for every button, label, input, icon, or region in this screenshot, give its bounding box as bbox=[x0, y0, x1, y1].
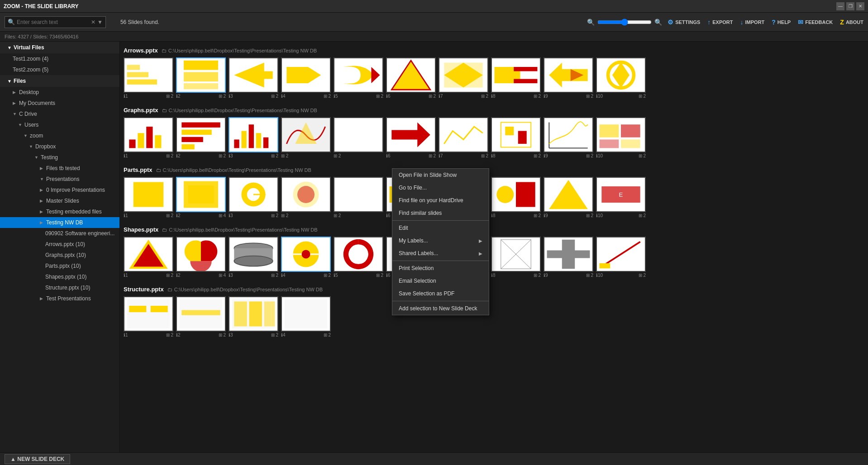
slide-thumb[interactable]: ℹ7⊞ 2 bbox=[439, 57, 488, 100]
slide-thumb[interactable]: ℹ1⊞ 2 bbox=[124, 117, 173, 159]
slide-thumb[interactable]: E ℹ10⊞ 2 bbox=[596, 177, 646, 219]
zoom-slider[interactable] bbox=[597, 19, 652, 26]
slide-thumb[interactable]: ℹ9⊞ 2 bbox=[544, 57, 593, 100]
sidebar[interactable]: ▼ Virtual Files Test1.zoom (4) Test2.zoo… bbox=[0, 42, 120, 452]
slide-thumb[interactable]: ℹ4⊞ 2 bbox=[281, 57, 331, 100]
settings-button[interactable]: ⚙ SETTINGS bbox=[668, 19, 700, 26]
slide-thumb[interactable]: ℹ2⊞ 2 bbox=[176, 57, 226, 100]
sidebar-item-testingnwdb[interactable]: ▶ Testing NW DB bbox=[0, 217, 119, 228]
main-layout: ▼ Virtual Files Test1.zoom (4) Test2.zoo… bbox=[0, 42, 868, 452]
maximize-button[interactable]: ❐ bbox=[846, 2, 854, 10]
slide-thumb[interactable]: ⊞ 2 bbox=[281, 177, 331, 219]
slide-thumb[interactable]: ℹ7⊞ 2 bbox=[439, 117, 488, 159]
slide-thumb[interactable]: ℹ3⊞ 2 bbox=[229, 57, 278, 100]
sidebar-item-structurepptx[interactable]: Structure.pptx (10) bbox=[0, 282, 119, 293]
sidebar-item-testing[interactable]: ▼ Testing bbox=[0, 152, 119, 163]
svg-rect-82 bbox=[562, 240, 575, 269]
slide-thumb[interactable]: ℹ1⊞ 2 bbox=[124, 296, 173, 338]
slide-thumb[interactable]: ⊞ 2 bbox=[334, 177, 383, 219]
slide-thumb[interactable]: ℹ5⊞ 2 bbox=[334, 237, 383, 279]
zoom-in-icon[interactable]: 🔍 bbox=[654, 19, 662, 26]
slide-thumb[interactable]: ℹ6⊞ 2 bbox=[386, 57, 436, 100]
slide-thumb[interactable]: ℹ3⊞ 2 bbox=[229, 117, 278, 159]
window-controls[interactable]: — ❐ ✕ bbox=[836, 2, 864, 10]
export-button[interactable]: ↑ EXPORT bbox=[707, 19, 733, 26]
sidebar-item-test2zoom[interactable]: Test2.zoom (5) bbox=[0, 64, 119, 75]
sidebar-item-graphspptx[interactable]: Graphs.pptx (10) bbox=[0, 250, 119, 261]
content-area[interactable]: Arrows.pptx 🗀 C:\Users\philipp.bell\Drop… bbox=[120, 42, 868, 452]
slide-thumb[interactable]: ℹ8⊞ 2 bbox=[491, 237, 541, 279]
sidebar-item-cdrive[interactable]: ▼ C Drive bbox=[0, 109, 119, 119]
ctx-edit[interactable]: Edit bbox=[392, 222, 489, 234]
slide-thumb[interactable]: ℹ8⊞ 2 bbox=[491, 117, 541, 159]
virtual-files-header[interactable]: ▼ Virtual Files bbox=[0, 42, 119, 53]
slide-thumb[interactable]: ℹ2⊞ 4 bbox=[176, 177, 226, 219]
slide-thumb[interactable]: ℹ10⊞ 2 bbox=[596, 237, 646, 279]
slide-footer: ℹ3⊞ 2 bbox=[229, 93, 278, 100]
slide-thumb[interactable]: ℹ3⊞ 2 bbox=[229, 296, 278, 338]
sidebar-item-users[interactable]: ▼ Users bbox=[0, 119, 119, 130]
slide-thumb[interactable]: ℹ5⊞ 2 bbox=[334, 57, 383, 100]
clear-icon[interactable]: ✕ bbox=[91, 19, 95, 25]
ctx-open-file[interactable]: Open File in Slide Show bbox=[392, 169, 489, 181]
slide-thumb[interactable]: ℹ10⊞ 2 bbox=[596, 117, 646, 159]
help-button[interactable]: ? HELP bbox=[772, 19, 791, 26]
search-input[interactable] bbox=[17, 19, 89, 25]
slide-thumb[interactable]: ℹ4⊞ 2 bbox=[281, 237, 331, 279]
slide-thumb[interactable]: ℹ9⊞ 2 bbox=[544, 237, 593, 279]
slide-thumb[interactable]: ℹ8⊞ 2 bbox=[491, 177, 541, 219]
slide-thumb[interactable]: ℹ6⊞ 2 bbox=[386, 117, 436, 159]
files-header[interactable]: ▼ Files bbox=[0, 75, 119, 87]
slide-thumb[interactable]: ⊞ 2 bbox=[281, 117, 331, 159]
ctx-shared-labels[interactable]: Shared Labels... ▶ bbox=[392, 247, 489, 260]
dropdown-icon[interactable]: ▼ bbox=[97, 19, 103, 25]
ctx-print-selection[interactable]: Print Selection bbox=[392, 262, 489, 275]
close-button[interactable]: ✕ bbox=[856, 2, 864, 10]
sidebar-item-partspptx[interactable]: Parts.pptx (10) bbox=[0, 261, 119, 271]
sidebar-item-shapespptx[interactable]: Shapes.pptx (10) bbox=[0, 271, 119, 282]
slide-thumb[interactable]: ℹ3⊞ 2 bbox=[229, 177, 278, 219]
ctx-my-labels[interactable]: My Labels... ▶ bbox=[392, 234, 489, 247]
slide-thumb[interactable]: ℹ2⊞ 2 bbox=[176, 296, 226, 338]
slide-thumb[interactable]: ℹ9⊞ 2 bbox=[544, 117, 593, 159]
sidebar-item-files-tb[interactable]: ▶ Files tb tested bbox=[0, 163, 119, 174]
slide-thumb[interactable]: ℹ4⊞ 2 bbox=[281, 296, 331, 338]
slide-thumb[interactable]: ℹ1⊞ 2 bbox=[124, 237, 173, 279]
sidebar-item-master[interactable]: ▶ Master Slides bbox=[0, 195, 119, 206]
zoom-out-icon[interactable]: 🔍 bbox=[587, 19, 595, 26]
import-button[interactable]: ↓ IMPORT bbox=[740, 19, 765, 26]
about-button[interactable]: Z ABOUT bbox=[840, 19, 863, 26]
slide-thumb[interactable]: ℹ9⊞ 2 bbox=[544, 177, 593, 219]
feedback-button[interactable]: ✉ FEEDBACK bbox=[798, 19, 833, 26]
zoom-bar[interactable]: 🔍 🔍 bbox=[587, 19, 662, 26]
slide-thumb[interactable]: ℹ10⊞ 2 bbox=[596, 57, 646, 100]
ctx-find-file[interactable]: Find file on your HardDrive bbox=[392, 194, 489, 207]
structure-section-header: Structure.pptx 🗀 C:\Users\philipp.bell\D… bbox=[124, 286, 864, 293]
new-slide-deck-button[interactable]: ▲ NEW SLIDE DECK bbox=[5, 454, 70, 464]
minimize-button[interactable]: — bbox=[836, 2, 844, 10]
slide-thumb[interactable]: ℹ2⊞ 4 bbox=[176, 237, 226, 279]
sidebar-item-desktop[interactable]: ▶ Desktop bbox=[0, 87, 119, 98]
slide-thumb[interactable]: ℹ3⊞ 2 bbox=[229, 237, 278, 279]
sidebar-item-test1zoom[interactable]: Test1.zoom (4) bbox=[0, 53, 119, 64]
search-box[interactable]: 🔍 ✕ ▼ bbox=[5, 16, 106, 28]
slide-thumb[interactable]: ℹ1⊞ 2 bbox=[124, 177, 173, 219]
slide-thumb[interactable]: ℹ8⊞ 2 bbox=[491, 57, 541, 100]
ctx-save-pdf[interactable]: Save Selection as PDF bbox=[392, 287, 489, 300]
sidebar-item-arrowspptx[interactable]: Arrows.pptx (10) bbox=[0, 239, 119, 250]
slide-thumb[interactable]: ℹ1⊞ 2 bbox=[124, 57, 173, 100]
sidebar-item-improve[interactable]: ▶ 0 Improve Presentations bbox=[0, 185, 119, 195]
ctx-email-selection[interactable]: Email Selection bbox=[392, 275, 489, 287]
ctx-find-similar[interactable]: Find similar slides bbox=[392, 207, 489, 219]
sidebar-item-zoom[interactable]: ▼ zoom bbox=[0, 130, 119, 141]
sidebar-item-dropbox[interactable]: ▼ Dropbox bbox=[0, 141, 119, 152]
slide-thumb[interactable]: ℹ2⊞ 2 bbox=[176, 117, 226, 159]
ctx-add-slide-deck[interactable]: Add selection to New Slide Deck bbox=[392, 302, 489, 315]
ctx-goto-file[interactable]: Go to File... bbox=[392, 181, 489, 194]
slide-thumb[interactable]: ⊞ 2 bbox=[334, 117, 383, 159]
sidebar-item-embedded[interactable]: ▶ Testing embedded files bbox=[0, 206, 119, 217]
sidebar-item-presentations[interactable]: ▼ Presentations bbox=[0, 174, 119, 185]
sidebar-item-mydocuments[interactable]: ▶ My Documents bbox=[0, 98, 119, 109]
sidebar-item-testpresentations[interactable]: ▶ Test Presentations bbox=[0, 293, 119, 304]
sidebar-item-090902[interactable]: 090902 Software engineeri... bbox=[0, 228, 119, 239]
